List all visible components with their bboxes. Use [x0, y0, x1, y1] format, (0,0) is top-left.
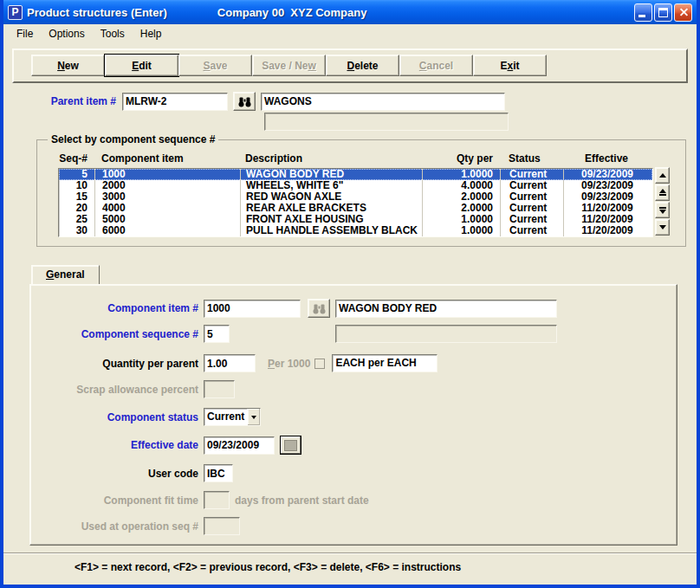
component-list-groupbox: Select by component sequence # Seq-# Com… — [36, 139, 686, 247]
menu-tools[interactable]: Tools — [94, 26, 131, 42]
table-row[interactable]: 20 4000 REAR AXLE BRACKETS 2.0000 Curren… — [59, 203, 652, 214]
header-seq: Seq-# — [58, 151, 94, 168]
scroll-page-down-button[interactable] — [655, 202, 670, 218]
binoculars-icon — [313, 303, 326, 314]
save-button: Save — [178, 55, 252, 76]
window-company: Company 00 XYZ Company — [217, 6, 367, 19]
parent-item-section: Parent item # WAGONS — [3, 92, 697, 131]
component-item-label: Component item # — [41, 302, 198, 314]
header-component-item: Component item — [94, 151, 240, 168]
user-code-label: User code — [41, 468, 198, 480]
arrow-down-icon — [659, 210, 666, 214]
table-row[interactable]: 15 3000 RED WAGON AXLE 2.0000 Current 09… — [59, 191, 652, 203]
component-item-search-button — [308, 299, 330, 318]
scroll-page-up-button[interactable] — [655, 184, 670, 201]
component-fit-time-input — [204, 491, 230, 509]
calendar-button[interactable] — [280, 436, 301, 455]
used-at-operation-label: Used at operation seq # — [41, 520, 198, 533]
list-header: Seq-# Component item Description Qty per… — [58, 151, 651, 168]
arrow-up-icon — [659, 173, 666, 178]
scroll-up-button[interactable] — [655, 167, 670, 184]
table-row[interactable]: 30 6000 PULL HANDLE ASSEMBLY BLACK 1.000… — [59, 225, 652, 236]
component-list: 5 1000 WAGON BODY RED 1.0000 Current 09/… — [58, 168, 653, 237]
menu-file[interactable]: File — [10, 26, 39, 42]
menu-options[interactable]: Options — [42, 26, 90, 42]
calendar-icon — [284, 440, 297, 451]
component-status-label: Component status — [41, 411, 198, 423]
delete-button[interactable]: Delete — [326, 55, 399, 76]
component-item-description: WAGON BODY RED — [335, 300, 557, 318]
menu-help[interactable]: Help — [134, 26, 168, 42]
cancel-button: Cancel — [399, 55, 473, 76]
table-row[interactable]: 25 5000 FRONT AXLE HOUSING 1.0000 Curren… — [59, 214, 652, 225]
parent-item-label: Parent item # — [7, 95, 116, 107]
component-item-input[interactable] — [204, 300, 301, 318]
parent-item-input[interactable] — [122, 93, 228, 111]
bar-icon — [659, 207, 666, 209]
exit-button[interactable]: Exit — [473, 55, 547, 76]
quantity-per-parent-input[interactable] — [204, 354, 256, 372]
component-sequence-input[interactable] — [204, 325, 230, 343]
minimize-button[interactable] — [634, 3, 652, 22]
close-icon — [677, 7, 689, 18]
scrap-allowance-input — [204, 380, 235, 398]
header-status: Status — [500, 151, 563, 168]
header-description: Description — [240, 151, 422, 168]
groupbox-label: Select by component sequence # — [48, 133, 218, 145]
parent-item-search-button[interactable] — [233, 92, 256, 111]
table-row[interactable]: 5 1000 WAGON BODY RED 1.0000 Current 09/… — [59, 169, 652, 180]
header-qty-per: Qty per — [422, 151, 500, 168]
user-code-input[interactable] — [204, 464, 233, 482]
component-status-dropdown[interactable]: Current — [204, 408, 261, 426]
title-bar: P Product structures (Enter) Company 00 … — [3, 0, 697, 24]
dropdown-button[interactable] — [247, 409, 260, 425]
table-row[interactable]: 10 2000 WHEELS, WHITE 6" 4.0000 Current … — [59, 180, 652, 191]
application-window: P Product structures (Enter) Company 00 … — [0, 0, 700, 588]
binoculars-icon — [238, 96, 251, 107]
scrap-allowance-label: Scrap allowance percent — [41, 384, 198, 396]
component-sequence-label: Component sequence # — [41, 328, 198, 340]
uom-per-uom-field: EACH per EACH — [332, 354, 438, 372]
component-item-description2 — [335, 325, 557, 343]
parent-item-description2 — [264, 113, 509, 131]
edit-button[interactable]: Edit — [105, 55, 178, 76]
detail-tabs: General Component item # WAGON BODY RED … — [29, 264, 677, 546]
close-button[interactable] — [674, 3, 692, 22]
component-fit-time-label: Component fit time — [41, 494, 198, 507]
per-1000-label: Per 1000 — [268, 358, 310, 370]
parent-item-description: WAGONS — [261, 93, 505, 111]
bar-icon — [659, 194, 666, 196]
new-button[interactable]: New — [31, 55, 105, 76]
component-status-value: Current — [204, 409, 247, 425]
save-new-button: Save / New — [252, 55, 326, 76]
effective-date-input[interactable] — [204, 436, 275, 455]
arrow-down-icon — [659, 225, 666, 229]
maximize-button[interactable] — [654, 3, 672, 22]
window-title: Product structures (Enter) — [27, 6, 167, 19]
menu-bar: File Options Tools Help — [3, 24, 697, 43]
effective-date-label: Effective date — [41, 439, 198, 451]
scroll-down-button[interactable] — [655, 219, 670, 236]
app-icon: P — [8, 5, 23, 20]
minimize-icon — [638, 15, 645, 17]
arrow-up-icon — [659, 189, 666, 193]
used-at-operation-input — [204, 517, 240, 535]
tab-general[interactable]: General — [31, 265, 100, 285]
chevron-down-icon — [251, 416, 256, 419]
general-tab-panel: Component item # WAGON BODY RED Componen… — [29, 284, 677, 546]
function-key-help: <F1> = next record, <F2> = previous reco… — [3, 554, 697, 573]
quantity-per-parent-label: Quantity per parent — [41, 358, 198, 370]
toolbar: New Edit Save Save / New Delete Cancel E… — [12, 48, 688, 83]
header-effective: Effective — [563, 151, 650, 168]
fit-time-suffix-label: days from parent start date — [235, 494, 369, 507]
maximize-icon — [658, 8, 668, 17]
per-1000-checkbox — [314, 359, 325, 369]
record-scrollbar — [655, 167, 670, 236]
